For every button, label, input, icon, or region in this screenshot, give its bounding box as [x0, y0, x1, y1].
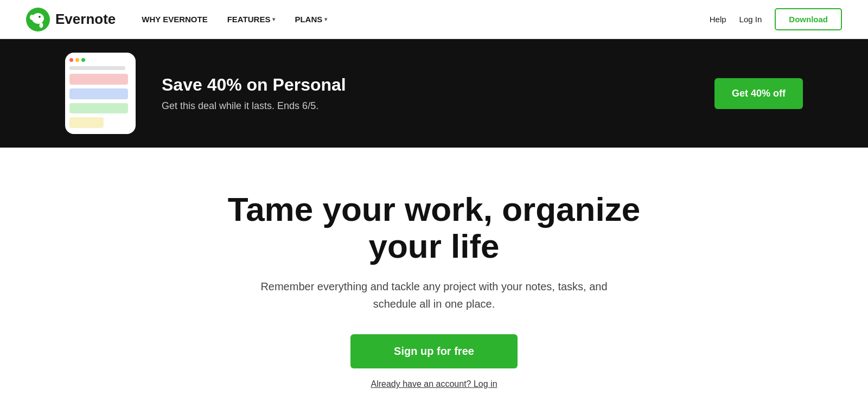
- banner-text-area: Save 40% on Personal Get this deal while…: [162, 75, 714, 112]
- download-button[interactable]: Download: [775, 8, 842, 30]
- maximize-dot: [81, 58, 85, 62]
- promo-banner: Save 40% on Personal Get this deal while…: [0, 39, 868, 148]
- login-prompt-link[interactable]: Already have an account? Log in: [371, 379, 497, 389]
- features-chevron-icon: ▾: [272, 16, 275, 22]
- header-right: Help Log In Download: [710, 8, 842, 30]
- header: Evernote WHY EVERNOTE FEATURES ▾ PLANS ▾…: [0, 0, 868, 39]
- plans-chevron-icon: ▾: [324, 16, 327, 22]
- nav-why-evernote[interactable]: WHY EVERNOTE: [142, 15, 207, 24]
- nav-plans[interactable]: PLANS ▾: [295, 15, 327, 24]
- mock-card-1: [69, 74, 128, 85]
- main-nav: WHY EVERNOTE FEATURES ▾ PLANS ▾: [142, 15, 709, 24]
- hero-section: Tame your work, organize your life Remem…: [0, 148, 868, 395]
- mock-header-row: [69, 66, 125, 70]
- banner-title: Save 40% on Personal: [162, 75, 714, 95]
- window-controls: [69, 58, 131, 62]
- mock-card-4: [69, 117, 104, 128]
- banner-subtitle: Get this deal while it lasts. Ends 6/5.: [162, 100, 714, 112]
- evernote-logo-icon: [26, 8, 50, 31]
- signup-button[interactable]: Sign up for free: [350, 334, 518, 368]
- login-link[interactable]: Log In: [739, 15, 762, 24]
- close-dot: [69, 58, 73, 62]
- nav-features[interactable]: FEATURES ▾: [227, 15, 276, 24]
- hero-subtitle: Remember everything and tackle any proje…: [244, 278, 624, 313]
- mock-card-2: [69, 88, 128, 99]
- svg-point-2: [30, 15, 34, 20]
- help-link[interactable]: Help: [710, 15, 726, 24]
- banner-cta-button[interactable]: Get 40% off: [714, 78, 803, 109]
- logo-link[interactable]: Evernote: [26, 8, 116, 31]
- minimize-dot: [75, 58, 79, 62]
- svg-point-4: [39, 16, 40, 17]
- mock-card-3: [69, 103, 128, 114]
- logo-text: Evernote: [55, 11, 116, 28]
- hero-title: Tame your work, organize your life: [190, 191, 678, 265]
- app-screenshot: [65, 53, 136, 134]
